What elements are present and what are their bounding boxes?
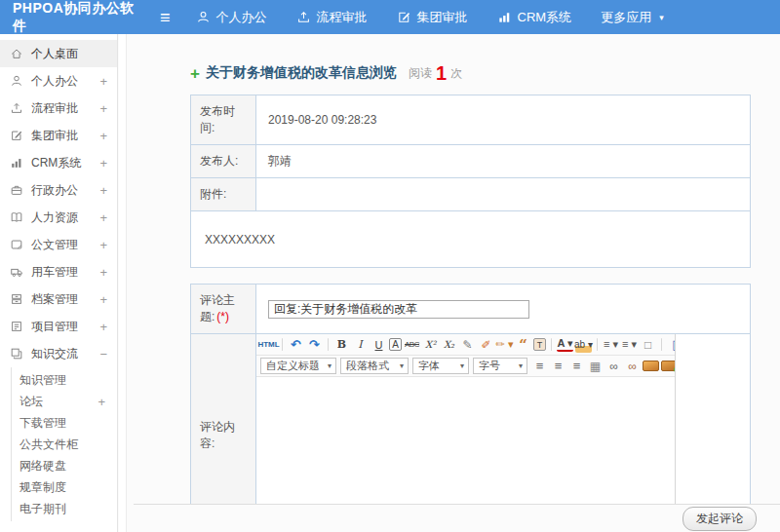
- editor-toolbar-row1: HTML ↶ ↷ B: [256, 334, 675, 356]
- sidebar-item-archive-management[interactable]: 档案管理 +: [0, 285, 117, 313]
- sidebar-item-admin-office[interactable]: 行政办公 +: [0, 176, 117, 204]
- image-icon[interactable]: [643, 361, 659, 371]
- image-upload-icon[interactable]: [661, 361, 675, 371]
- subscript-icon[interactable]: X₂: [441, 337, 457, 353]
- border-text-icon[interactable]: A: [389, 338, 402, 351]
- sidebar-subitem-rules-regulations[interactable]: 规章制度: [12, 476, 117, 498]
- sidebar-item-icon: [10, 74, 23, 88]
- nav-crm-system[interactable]: CRM系统: [497, 9, 572, 26]
- bullet-list-icon[interactable]: ≡ ▾: [621, 337, 638, 353]
- ordered-list-icon[interactable]: ≡ ▾: [603, 337, 619, 353]
- expand-toggle-icon[interactable]: +: [99, 265, 107, 280]
- expand-toggle-icon[interactable]: +: [99, 156, 107, 171]
- highlight-color-icon[interactable]: ab ▾: [575, 337, 592, 353]
- custom-heading-select[interactable]: 自定义标题 ▾: [260, 358, 336, 374]
- nav-personal-office[interactable]: 个人办公: [196, 9, 267, 26]
- info-row: 发布时间: 2019-08-20 09:28:23: [191, 95, 751, 145]
- submit-comment-button[interactable]: 发起评论: [682, 507, 757, 531]
- blockquote-icon[interactable]: “: [515, 337, 531, 353]
- nav-more-apps[interactable]: 更多应用 ▾: [601, 9, 664, 26]
- chevron-down-icon: ▾: [659, 13, 664, 22]
- sidebar-item-project-management[interactable]: 项目管理 +: [0, 313, 117, 340]
- chevron-down-icon: ▾: [519, 361, 523, 370]
- sidebar-item-group-approval[interactable]: 集团审批 +: [0, 122, 117, 149]
- sidebar-subitem-download-management[interactable]: 下载管理: [12, 412, 117, 434]
- expand-toggle-icon[interactable]: +: [99, 238, 107, 252]
- menu-toggle-icon[interactable]: ≡: [160, 9, 171, 26]
- expand-toggle-icon[interactable]: +: [98, 395, 105, 409]
- plus-icon: +: [190, 65, 200, 82]
- new-document-icon[interactable]: □: [640, 337, 656, 353]
- expand-toggle-icon[interactable]: +: [99, 129, 107, 143]
- sidebar-subitem-knowledge-management[interactable]: 知识管理: [12, 369, 117, 391]
- fullscreen-icon[interactable]: ▣: [670, 337, 675, 353]
- read-label: 阅读: [409, 65, 432, 82]
- toolbar-separator: [597, 338, 598, 351]
- italic-icon[interactable]: I: [352, 337, 369, 353]
- nav-item-icon: [296, 10, 311, 24]
- link-icon[interactable]: ∞: [605, 359, 622, 374]
- paste-icon[interactable]: T: [533, 338, 546, 351]
- nav-item-icon: [397, 10, 411, 24]
- align-right-icon[interactable]: ≡: [568, 359, 585, 374]
- info-row: 发布人: 郭靖: [191, 145, 751, 178]
- sidebar-item-vehicle-management[interactable]: 用车管理 +: [0, 258, 117, 285]
- bold-icon[interactable]: B: [333, 337, 350, 353]
- sidebar-item-workflow-approval[interactable]: 流程审批 +: [0, 95, 117, 122]
- comment-subject-input[interactable]: [268, 300, 529, 319]
- nav-item-icon: [497, 10, 512, 24]
- expand-toggle-icon[interactable]: +: [99, 320, 107, 334]
- sidebar-item-crm-system[interactable]: CRM系统 +: [0, 149, 117, 176]
- expand-toggle-icon[interactable]: +: [99, 183, 107, 198]
- align-left-icon[interactable]: ≡: [531, 359, 548, 374]
- sidebar-subitem-public-file-cabinet[interactable]: 公共文件柜: [12, 434, 117, 455]
- align-justify-icon[interactable]: ▦: [587, 359, 604, 374]
- font-family-select[interactable]: 字体 ▾: [412, 358, 469, 374]
- sidebar-subitem-network-disk[interactable]: 网络硬盘: [12, 455, 117, 476]
- panel-splitter[interactable]: [119, 34, 127, 532]
- align-center-icon[interactable]: ≡: [550, 359, 566, 374]
- underline-icon[interactable]: U: [370, 337, 387, 353]
- comment-content-editarea[interactable]: [256, 377, 675, 515]
- sidebar-item-human-resources[interactable]: 人力资源 +: [0, 204, 117, 231]
- unlink-icon[interactable]: ∞: [624, 359, 641, 374]
- sidebar-subitem-forum[interactable]: 论坛 +: [12, 391, 117, 412]
- info-row: 附件:: [191, 178, 751, 211]
- nav-workflow-approval[interactable]: 流程审批: [296, 9, 368, 26]
- sidebar-item-icon: [10, 156, 23, 170]
- sidebar-item-icon: [10, 101, 23, 115]
- expand-toggle-icon[interactable]: +: [99, 210, 107, 225]
- chevron-down-icon: ▾: [328, 361, 332, 370]
- format-painter-icon[interactable]: ✎: [459, 337, 476, 353]
- rich-text-editor: HTML ↶ ↷ B: [256, 334, 676, 532]
- strikethrough-icon[interactable]: ABC: [404, 337, 420, 353]
- read-unit: 次: [450, 65, 462, 82]
- expand-toggle-icon[interactable]: +: [99, 74, 107, 89]
- info-value: 2019-08-20 09:28:23: [256, 95, 751, 145]
- sidebar-item-personal-desktop[interactable]: 个人桌面: [0, 40, 117, 67]
- sidebar-item-document-management[interactable]: 公文管理 +: [0, 231, 117, 258]
- expand-toggle-icon[interactable]: −: [99, 347, 107, 361]
- info-value: [256, 178, 751, 211]
- sidebar-item-icon: [10, 47, 23, 60]
- toolbar-separator: [328, 338, 329, 351]
- undo-icon[interactable]: ↶: [288, 337, 304, 353]
- sidebar-item-personal-office[interactable]: 个人办公 +: [0, 67, 117, 95]
- superscript-icon[interactable]: X²: [422, 337, 439, 353]
- expand-toggle-icon[interactable]: +: [99, 101, 107, 116]
- article-content: XXXXXXXXX: [191, 211, 751, 268]
- required-mark: (*): [216, 310, 229, 323]
- article-info-table: 发布时间: 2019-08-20 09:28:23 发布人: 郭靖 附件:: [190, 95, 751, 268]
- pen-dropdown-icon[interactable]: ✏ ▾: [496, 337, 513, 353]
- redo-icon[interactable]: ↷: [306, 337, 323, 353]
- sidebar-subitem-e-journal[interactable]: 电子期刊: [12, 498, 117, 519]
- top-header: PHPOA协同办公软件 ≡ 个人办公 流程审批 集团审批 CRM系统 更: [0, 0, 780, 34]
- paragraph-format-select[interactable]: 段落格式 ▾: [340, 358, 409, 374]
- html-source-button[interactable]: HTML: [260, 337, 277, 353]
- nav-group-approval[interactable]: 集团审批: [397, 9, 468, 26]
- font-color-icon[interactable]: A ▾: [557, 338, 573, 352]
- brush-icon[interactable]: ✐: [478, 337, 494, 353]
- font-size-select[interactable]: 字号 ▾: [473, 358, 527, 374]
- sidebar-item-knowledge-exchange[interactable]: 知识交流 −: [0, 340, 117, 367]
- expand-toggle-icon[interactable]: +: [99, 292, 107, 307]
